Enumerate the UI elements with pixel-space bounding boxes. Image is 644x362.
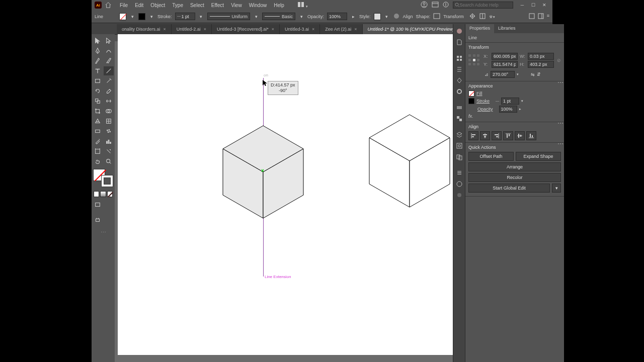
menu-help[interactable]: Help [271, 2, 287, 9]
stroke-dd[interactable]: ▾ [148, 14, 154, 20]
align-label[interactable]: Align [403, 14, 413, 19]
panel-toggle-2[interactable] [538, 13, 544, 20]
fill-swatch-panel[interactable] [468, 90, 474, 97]
search-input[interactable] [459, 3, 511, 8]
mesh-tool[interactable] [104, 117, 114, 126]
close-tab-icon[interactable]: × [354, 27, 357, 32]
offset-path-button[interactable]: Offset Path [468, 152, 514, 161]
align-hcenter-icon[interactable] [480, 131, 490, 140]
align-top-icon[interactable] [503, 131, 513, 140]
direct-select-tool[interactable] [104, 36, 114, 45]
more-options-icon[interactable]: ⋯ [557, 140, 562, 147]
rectangle-tool[interactable] [93, 76, 103, 85]
workspace-icon[interactable] [432, 2, 439, 9]
pen-tool[interactable] [93, 46, 103, 55]
flip-v-icon[interactable]: ⇵ [537, 72, 541, 77]
width-tool[interactable] [104, 97, 114, 106]
panel-toggle-1[interactable] [529, 13, 535, 20]
close-button[interactable]: ✕ [539, 2, 549, 9]
h-input[interactable] [528, 61, 554, 68]
home-icon[interactable] [105, 2, 112, 9]
stroke-link[interactable]: Stroke [476, 99, 490, 104]
link-wh-icon[interactable]: ⊘ [557, 58, 561, 63]
screen-mode-tool[interactable] [93, 200, 103, 209]
fill-dd[interactable]: ▾ [129, 14, 135, 20]
gradient-tool[interactable] [93, 127, 103, 136]
align-pixel-icon[interactable]: ※▾ [489, 14, 495, 19]
stroke-swatch-panel[interactable] [468, 98, 474, 104]
expand-shape-button[interactable]: Expand Shape [516, 152, 561, 161]
selection-tool[interactable] [93, 36, 103, 45]
column-graph-tool[interactable] [104, 137, 114, 146]
y-input[interactable] [492, 61, 518, 68]
menu-type[interactable]: Type [169, 2, 186, 9]
shape-builder-tool[interactable] [104, 107, 114, 116]
recolor-icon[interactable] [393, 13, 400, 21]
transform-label[interactable]: Transform [443, 14, 464, 19]
brushes-panel-icon[interactable] [454, 64, 464, 74]
more-panel-icon[interactable] [454, 190, 464, 200]
shape-label[interactable]: Shape: [416, 14, 431, 19]
close-tab-icon[interactable]: × [312, 27, 314, 32]
fill-stroke-indicator[interactable] [93, 169, 113, 187]
style-swatch[interactable] [374, 13, 381, 20]
align-bottom-icon[interactable] [526, 131, 536, 140]
slice-tool[interactable] [104, 147, 114, 156]
stroke-weight[interactable]: ᠁1 pt [175, 13, 195, 20]
color-panel-icon[interactable] [454, 26, 464, 36]
maximize-button[interactable]: ☐ [528, 2, 538, 9]
symbols-panel-icon[interactable] [454, 75, 464, 85]
doc-tab[interactable]: Zee Art (2).ai× [320, 24, 362, 34]
artboard-tool[interactable] [93, 147, 103, 156]
arrange-docs-icon[interactable]: ▾ [297, 2, 308, 9]
menu-file[interactable]: File [117, 2, 131, 9]
opacity-value[interactable]: 100% [327, 13, 347, 20]
w-input[interactable] [528, 53, 554, 60]
symbol-spray-tool[interactable] [104, 127, 114, 136]
blob-brush-tool[interactable] [104, 56, 114, 65]
curvature-tool[interactable] [104, 46, 114, 55]
eraser-tool[interactable] [104, 86, 114, 96]
asset-panel-icon[interactable] [454, 141, 464, 151]
doc-tab[interactable]: onality Disorders.ai× [117, 24, 172, 34]
brush-def[interactable]: Basic [262, 13, 295, 20]
layers-panel-icon[interactable] [454, 130, 464, 140]
search-box[interactable] [453, 2, 513, 9]
align-right-icon[interactable] [492, 131, 502, 140]
fx-icon[interactable]: fx. [468, 114, 473, 119]
type-tool[interactable] [93, 66, 103, 75]
graphic-styles-panel-icon[interactable] [454, 179, 464, 189]
toolbar-more-icon[interactable]: ⋯ [93, 229, 114, 236]
eyedropper-tool[interactable] [93, 137, 103, 146]
minimize-button[interactable]: ─ [517, 2, 527, 9]
swatches-panel-icon[interactable] [454, 53, 464, 63]
perspective-tool[interactable] [93, 117, 103, 126]
x-input[interactable] [492, 53, 518, 60]
menu-effect[interactable]: Effect [208, 2, 227, 9]
stroke-weight-panel[interactable] [501, 98, 519, 105]
edit-sym-icon[interactable] [479, 13, 486, 21]
stroke-panel-icon[interactable] [454, 86, 464, 97]
edit-toolbar-icon[interactable] [93, 215, 103, 224]
isolate-icon[interactable] [469, 13, 476, 21]
hand-tool[interactable] [93, 157, 103, 166]
scale-tool[interactable] [93, 97, 103, 106]
menu-window[interactable]: Window [246, 2, 270, 9]
rotate-tool[interactable] [93, 86, 103, 96]
align-vcenter-icon[interactable] [515, 131, 525, 140]
free-transform-tool[interactable] [93, 107, 103, 116]
shaper-tool[interactable] [104, 76, 114, 85]
menu-edit[interactable]: Edit [132, 2, 146, 9]
doc-panel-icon[interactable] [454, 37, 464, 47]
doc-tab-active[interactable]: Untitled-1* @ 100 % (CMYK/CPU Preview)× [363, 24, 465, 34]
stroke-swatch[interactable] [138, 13, 145, 20]
gradient-panel-icon[interactable] [454, 103, 464, 113]
arrange-button[interactable]: Arrange [468, 162, 561, 171]
opacity-panel[interactable] [499, 106, 517, 113]
close-tab-icon[interactable]: × [164, 27, 166, 32]
tab-libraries[interactable]: Libraries [494, 24, 520, 33]
reference-point-selector[interactable] [468, 54, 480, 66]
menu-object[interactable]: Object [147, 2, 168, 9]
whatsnew-icon[interactable] [443, 2, 449, 9]
brush-tool[interactable] [93, 56, 103, 65]
